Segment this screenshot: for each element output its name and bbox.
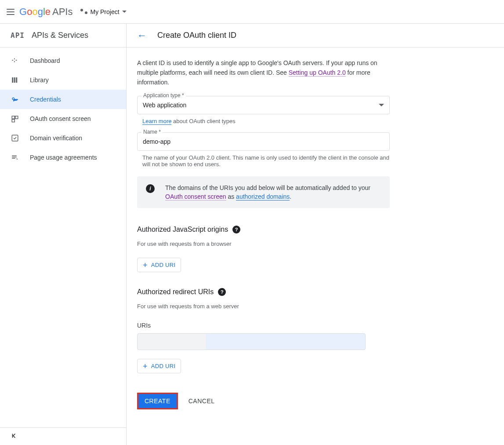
name-label: Name *	[141, 129, 163, 135]
name-hint: The name of your OAuth 2.0 client. This …	[142, 154, 397, 168]
js-origins-sub: For use with requests from a browser	[137, 241, 397, 247]
sidebar-collapse[interactable]	[0, 427, 126, 445]
main-content: ← Create OAuth client ID A client ID is …	[127, 24, 504, 445]
application-type-select[interactable]: Web application	[137, 96, 390, 114]
project-name: My Project	[90, 8, 119, 15]
add-uri-button-redirect[interactable]: + ADD URI	[137, 359, 181, 373]
chevron-down-icon	[122, 11, 127, 13]
page-title: Create OAuth client ID	[157, 31, 236, 40]
svg-rect-2	[16, 77, 17, 83]
api-logo: API	[11, 31, 25, 40]
name-input[interactable]: demo-app	[137, 132, 390, 151]
description: A client ID is used to identify a single…	[137, 58, 397, 87]
dashboard-icon	[11, 56, 19, 65]
key-icon	[11, 95, 19, 104]
sidebar-item-library[interactable]: Library	[0, 70, 126, 90]
consent-screen-icon	[11, 114, 19, 123]
oauth-consent-link[interactable]: OAuth consent screen	[165, 193, 226, 201]
content-header: ← Create OAuth client ID	[127, 24, 504, 47]
sidebar: API APIs & Services Dashboard Library Cr…	[0, 24, 127, 445]
redirect-sub: For use with requests from a web server	[137, 303, 397, 310]
google-apis-logo[interactable]: Google APIs	[19, 6, 73, 18]
nav-label: Page usage agreements	[30, 154, 97, 161]
top-bar: Google APIs My Project	[0, 0, 504, 24]
sidebar-header: API APIs & Services	[0, 24, 126, 47]
svg-rect-5	[12, 120, 15, 122]
uri-input[interactable]	[137, 333, 366, 350]
nav-label: OAuth consent screen	[30, 115, 91, 122]
create-button[interactable]: CREATE	[137, 393, 178, 409]
js-origins-title: Authorized JavaScript origins	[137, 226, 228, 233]
plus-icon: +	[143, 363, 148, 369]
svg-rect-6	[12, 135, 18, 141]
app-type-label: Application type *	[141, 92, 186, 98]
project-selector[interactable]: My Project	[80, 8, 126, 15]
svg-rect-3	[12, 116, 15, 119]
svg-rect-1	[14, 77, 15, 83]
app-type-value: Web application	[143, 102, 186, 109]
nav-label: Dashboard	[30, 57, 60, 64]
nav-label: Domain verification	[30, 135, 82, 142]
uris-label: URIs	[137, 322, 397, 329]
help-icon[interactable]: ?	[218, 288, 226, 296]
info-banner: i The domains of the URIs you add below …	[137, 176, 390, 208]
sidebar-item-oauth-consent[interactable]: OAuth consent screen	[0, 109, 126, 128]
library-icon	[11, 76, 19, 84]
collapse-icon	[11, 432, 18, 441]
hint-text: about OAuth client types	[171, 118, 235, 124]
sidebar-item-domain-verification[interactable]: Domain verification	[0, 128, 126, 148]
agreements-icon	[11, 153, 19, 162]
svg-rect-0	[12, 77, 13, 83]
sidebar-item-dashboard[interactable]: Dashboard	[0, 51, 126, 70]
nav-label: Credentials	[30, 96, 61, 103]
sidebar-item-page-usage[interactable]: Page usage agreements	[0, 148, 126, 167]
redirect-title: Authorized redirect URIs	[137, 288, 214, 296]
help-icon[interactable]: ?	[232, 226, 240, 233]
sidebar-item-credentials[interactable]: Credentials	[0, 90, 126, 109]
setup-oauth-link[interactable]: Setting up OAuth 2.0	[289, 69, 346, 77]
svg-rect-4	[15, 116, 18, 119]
info-icon: i	[146, 184, 155, 193]
chevron-down-icon	[379, 104, 384, 106]
redirect-header: Authorized redirect URIs ?	[137, 288, 397, 296]
sidebar-title: APIs & Services	[32, 31, 88, 40]
js-origins-header: Authorized JavaScript origins ?	[137, 226, 397, 233]
hamburger-menu-icon[interactable]	[5, 7, 16, 17]
learn-more-link[interactable]: Learn more	[142, 118, 171, 125]
nav-label: Library	[30, 77, 49, 84]
add-uri-button-origins[interactable]: + ADD URI	[137, 258, 181, 272]
plus-icon: +	[143, 262, 148, 268]
verified-icon	[11, 134, 19, 142]
authorized-domains-link[interactable]: authorized domains	[236, 193, 290, 201]
back-arrow-icon[interactable]: ←	[137, 30, 147, 41]
project-icon	[80, 8, 87, 15]
cancel-button[interactable]: CANCEL	[189, 398, 215, 405]
